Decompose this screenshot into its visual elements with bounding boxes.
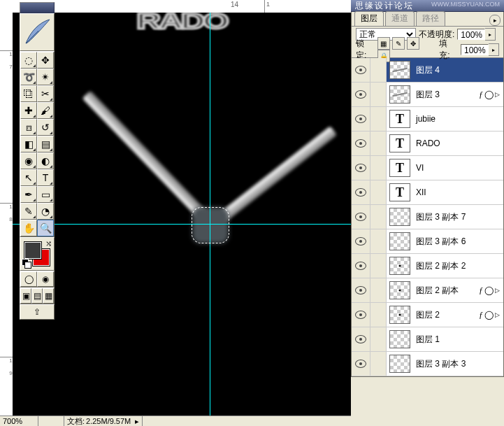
text-layer-thumb[interactable]: T	[389, 183, 410, 201]
lock-transparent-icon[interactable]: ▦	[377, 37, 390, 50]
tool-marquee[interactable]: ◌	[20, 52, 37, 69]
layer-name[interactable]: 图层 2 副本	[413, 285, 475, 297]
layer-thumb[interactable]	[389, 232, 410, 250]
fill-stepper[interactable]: ▸	[489, 43, 499, 56]
layer-list[interactable]: 图层 4图层 3ƒ◯▷TjubiieTRADOTVITXII图层 3 副本 7图…	[352, 57, 503, 376]
layer-row[interactable]: 图层 3ƒ◯▷	[352, 83, 503, 107]
layer-row[interactable]: 图层 1	[352, 327, 503, 352]
lock-pixels-icon[interactable]: ✎	[392, 37, 405, 50]
guide-horizontal[interactable]	[13, 224, 351, 225]
standard-mode-button[interactable]: ◯	[20, 271, 37, 287]
tool-brush[interactable]: 🖌	[37, 102, 54, 119]
tool-slice[interactable]: ✂	[37, 85, 54, 102]
opacity-value[interactable]: 100%	[457, 29, 485, 40]
tool-heal[interactable]: ✚	[20, 102, 37, 119]
toolbox-titlebar[interactable]	[20, 2, 55, 13]
visibility-toggle[interactable]	[352, 327, 370, 351]
link-cell[interactable]	[370, 278, 387, 302]
fill-value[interactable]: 100%	[461, 44, 489, 55]
link-cell[interactable]	[370, 229, 387, 253]
tool-hand[interactable]: ✋	[20, 220, 37, 236]
layer-row[interactable]: 图层 3 副本 6	[352, 229, 503, 254]
text-layer-thumb[interactable]: T	[389, 134, 410, 152]
canvas[interactable]: RADO	[13, 13, 351, 416]
link-cell[interactable]	[370, 205, 387, 229]
layer-effects-toggle[interactable]: ƒ◯▷	[475, 285, 503, 296]
tool-zoom[interactable]: 🔍	[37, 220, 54, 236]
link-cell[interactable]	[370, 303, 387, 327]
layer-row[interactable]: TXII	[352, 180, 503, 205]
tool-wand[interactable]: ✴	[37, 69, 54, 85]
visibility-toggle[interactable]	[352, 180, 370, 204]
visibility-toggle[interactable]	[352, 352, 370, 376]
layer-name[interactable]: 图层 3 副本 6	[413, 236, 503, 248]
layer-name[interactable]: jubiie	[413, 114, 503, 124]
layer-row[interactable]: TVI	[352, 156, 503, 180]
tool-path-select[interactable]: ↖	[20, 169, 37, 186]
visibility-toggle[interactable]	[352, 254, 370, 278]
layer-thumb[interactable]	[389, 355, 410, 373]
visibility-toggle[interactable]	[352, 303, 370, 327]
link-cell[interactable]	[370, 180, 387, 204]
layer-thumb[interactable]	[389, 208, 410, 226]
tool-dodge[interactable]: ◐	[37, 152, 54, 169]
visibility-toggle[interactable]	[352, 107, 370, 131]
text-layer-thumb[interactable]: T	[389, 110, 410, 128]
layer-name[interactable]: 图层 2	[413, 309, 475, 321]
screen-full-button[interactable]: ▦	[43, 288, 54, 304]
tab-layers[interactable]: 图层	[354, 11, 384, 26]
zoom-level[interactable]: 700%	[0, 416, 38, 426]
visibility-toggle[interactable]	[352, 205, 370, 229]
tool-pen[interactable]: ✒	[20, 186, 37, 203]
panel-menu-button[interactable]: ▸	[489, 15, 501, 26]
layer-row[interactable]: 图层 2 副本 2	[352, 254, 503, 278]
tool-shape[interactable]: ▭	[37, 186, 54, 203]
tool-eraser[interactable]: ◧	[20, 136, 37, 152]
layer-name[interactable]: 图层 2 副本 2	[413, 260, 503, 272]
layer-name[interactable]: 图层 3 副本 3	[413, 358, 503, 370]
lock-position-icon[interactable]: ✥	[407, 37, 419, 50]
visibility-toggle[interactable]	[352, 83, 370, 106]
layer-thumb[interactable]	[389, 306, 410, 324]
opacity-stepper[interactable]: ▸	[485, 28, 496, 41]
tool-eyedropper[interactable]: ◔	[37, 203, 54, 220]
link-cell[interactable]	[370, 254, 387, 278]
layer-row[interactable]: TRADO	[352, 132, 503, 156]
link-cell[interactable]	[370, 83, 387, 106]
tool-gradient[interactable]: ▤	[37, 136, 54, 152]
doc-menu-arrow[interactable]: ▸	[135, 417, 139, 426]
visibility-toggle[interactable]	[352, 278, 370, 302]
selection-marquee[interactable]	[192, 207, 229, 243]
layer-thumb[interactable]	[389, 257, 410, 275]
layer-effects-toggle[interactable]: ƒ◯▷	[475, 90, 503, 100]
layer-name[interactable]: 图层 3 副本 7	[413, 211, 503, 223]
link-cell[interactable]	[370, 107, 387, 131]
tool-history-brush[interactable]: ↺	[37, 119, 54, 136]
ruler-horizontal[interactable]: 14 1	[13, 0, 351, 13]
ruler-origin[interactable]	[0, 0, 13, 13]
tool-notes[interactable]: ✎	[20, 203, 37, 220]
tab-channels[interactable]: 通道	[385, 11, 415, 26]
layer-thumb[interactable]	[389, 281, 410, 299]
visibility-toggle[interactable]	[352, 229, 370, 253]
visibility-toggle[interactable]	[352, 156, 370, 180]
ruler-vertical[interactable]: 1 71 81 9	[0, 13, 13, 416]
jump-to-button[interactable]: ⇪	[20, 304, 55, 320]
tool-move[interactable]: ✥	[37, 52, 54, 69]
layer-row[interactable]: 图层 2ƒ◯▷	[352, 303, 503, 327]
layer-effects-toggle[interactable]: ƒ◯▷	[475, 310, 503, 320]
layer-name[interactable]: 图层 4	[413, 64, 503, 76]
panel-titlebar[interactable]: 思缘设计论坛 WWW.MISSYUAN.COM	[351, 0, 504, 12]
tool-blur[interactable]: ◉	[20, 152, 37, 169]
link-cell[interactable]	[370, 58, 387, 82]
layer-row[interactable]: 图层 3 副本 3	[352, 352, 503, 376]
text-layer-thumb[interactable]: T	[389, 159, 410, 177]
screen-standard-button[interactable]: ▣	[20, 288, 31, 304]
foreground-color-swatch[interactable]	[24, 241, 42, 260]
layer-row[interactable]: 图层 3 副本 7	[352, 205, 503, 229]
link-cell[interactable]	[370, 132, 387, 155]
layer-thumb[interactable]	[389, 330, 410, 348]
tool-stamp[interactable]: ⧈	[20, 119, 37, 136]
toolbox[interactable]: ◌✥➰✴⿻✂✚🖌⧈↺◧▤◉◐↖T✒▭✎◔✋🔍 ⤭ ◯ ◉ ▣ ▤ ▦ ⇪	[20, 2, 55, 320]
tool-type[interactable]: T	[37, 169, 54, 186]
